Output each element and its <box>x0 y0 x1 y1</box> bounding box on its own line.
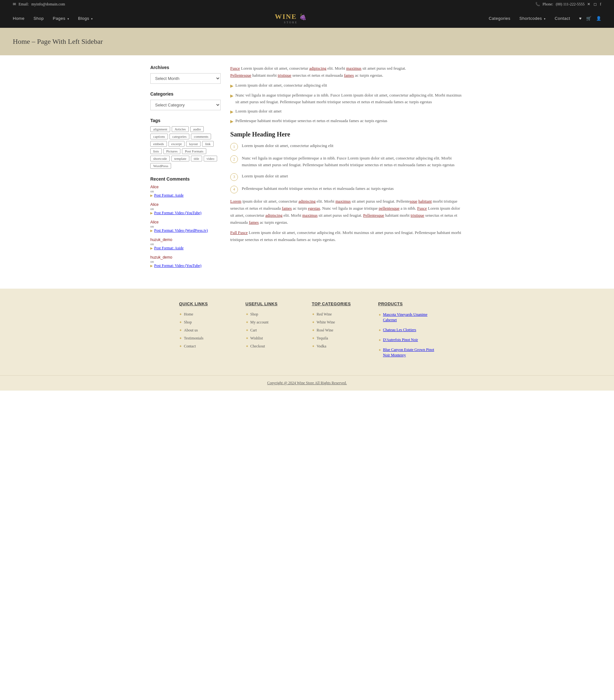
footer-arrow: ✦ <box>246 328 248 333</box>
footer-product-item: ✦Chateau Les Clottiers <box>378 327 435 333</box>
tag-item[interactable]: layout <box>186 141 201 147</box>
nav-home[interactable]: Home <box>13 16 25 21</box>
nav-categories[interactable]: Categories <box>489 16 511 21</box>
comment-link: ▶ Post Format: Aside <box>150 193 221 198</box>
comment-post-link[interactable]: Post Format: Video (YouTube) <box>154 263 201 268</box>
intro-link-2[interactable]: adipiscing <box>309 66 326 71</box>
email-link[interactable]: myinfo@domain.com <box>31 2 65 7</box>
footer-category-link[interactable]: Rosé Wine <box>317 328 333 333</box>
nav-pages[interactable]: Pages ▾ <box>53 16 69 21</box>
top-categories-list: ✦Red Wine✦White Wine✦Rosé Wine✦Tequila✦V… <box>312 312 369 349</box>
phone-number: (00) 111-222-5555 <box>556 2 585 7</box>
tag-item[interactable]: shortcode <box>150 156 170 161</box>
body-link-10[interactable]: adipiscing <box>266 213 282 218</box>
footer-category-link[interactable]: Vodka <box>317 344 326 349</box>
footer-category-link[interactable]: White Wine <box>317 320 335 325</box>
tag-item[interactable]: excerpt <box>169 141 185 147</box>
comment-post-link[interactable]: Post Format: Video (WordPress.tv) <box>154 228 208 233</box>
body-link-11[interactable]: maximus <box>302 213 318 218</box>
body-link-12[interactable]: Pellentesque <box>363 213 384 218</box>
footer-product-link[interactable]: Blue Canyon Estate Grown Pinot Noir Mont… <box>383 347 435 358</box>
comment-link: ▶ Post Format: Video (YouTube) <box>150 263 221 268</box>
footer-quick-link[interactable]: Shop <box>184 320 192 325</box>
footer-quick-link[interactable]: Home <box>184 312 193 317</box>
tag-item[interactable]: categories <box>170 134 189 139</box>
footer-useful-link[interactable]: Wishlist <box>250 336 263 341</box>
comment-on-text: on <box>150 260 221 263</box>
footer-arrow: ✦ <box>312 336 315 340</box>
cart-icon[interactable]: 🛒 <box>586 16 592 21</box>
tag-item[interactable]: Post Formats <box>182 148 206 154</box>
nav-blogs[interactable]: Blogs ▾ <box>78 16 93 21</box>
footer-quick-link[interactable]: Testimonials <box>184 336 204 341</box>
footer-arrow: ✦ <box>312 328 315 333</box>
footer-category-link[interactable]: Red Wine <box>317 312 332 317</box>
wishlist-icon[interactable]: ♥ <box>579 16 582 21</box>
social-icons: ✕ ◻ f <box>587 2 601 7</box>
footer-quick-link[interactable]: Contact <box>184 344 196 349</box>
body-link-3[interactable]: maximus <box>335 199 351 204</box>
footer-products: Products ✦Mascota Vineyards Unanime Cabe… <box>378 301 435 362</box>
comment-post-link[interactable]: Post Format: Aside <box>154 193 184 198</box>
body-link-9[interactable]: Fusce <box>417 206 427 211</box>
footer-quick-link[interactable]: About us <box>184 328 198 333</box>
bullet-text-1: Lorem ipsum dolor sit amet, consectetur … <box>235 82 327 89</box>
quick-links-heading: QUICK LINKS <box>179 301 236 306</box>
tag-item[interactable]: audio <box>190 126 204 132</box>
tag-item[interactable]: alignment <box>150 126 170 132</box>
tag-item[interactable]: template <box>171 156 189 161</box>
footer-category-link[interactable]: Tequila <box>317 336 328 341</box>
body-link-7[interactable]: egestas <box>308 206 320 211</box>
footer: QUICK LINKS ✦Home✦Shop✦About us✦Testimon… <box>0 289 614 391</box>
nav-contact[interactable]: Contact <box>554 16 570 21</box>
intro-link-5[interactable]: tristique <box>278 73 291 78</box>
body-link-5[interactable]: habitant <box>418 199 432 204</box>
footer-useful-link[interactable]: Shop <box>250 312 258 317</box>
tag-item[interactable]: link <box>202 141 213 147</box>
body-link-1[interactable]: Lorem <box>230 199 242 204</box>
footer-product-link[interactable]: Chateau Les Clottiers <box>383 327 416 333</box>
instagram-icon[interactable]: ◻ <box>593 2 597 7</box>
body-link-8[interactable]: pellentesque <box>379 206 400 211</box>
top-bar-right: 📞 Phone: (00) 111-222-5555 ✕ ◻ f <box>535 2 601 7</box>
nav-shortcodes[interactable]: Shortcodes ▾ <box>519 16 545 21</box>
tag-item[interactable]: title <box>191 156 202 161</box>
tag-item[interactable]: WordPress <box>150 163 171 169</box>
footer-category-item: ✦Red Wine <box>312 312 369 317</box>
nav-shop[interactable]: Shop <box>34 16 44 21</box>
comment-post-link[interactable]: Post Format: Video (YouTube) <box>154 211 201 215</box>
full-fusce-link[interactable]: Full Fusce <box>230 230 248 235</box>
twitter-icon[interactable]: ✕ <box>587 2 590 7</box>
body-link-13[interactable]: tristique <box>410 213 425 218</box>
footer-useful-link[interactable]: Checkout <box>250 344 265 349</box>
body-link-2[interactable]: adipiscing <box>298 199 315 204</box>
body-link-4[interactable]: sque <box>410 199 417 204</box>
intro-link-6[interactable]: fames <box>344 73 354 78</box>
footer-product-link[interactable]: Mascota Vineyards Unanime Cabernet <box>383 312 435 323</box>
comment-post-link[interactable]: Post Format: Aside <box>154 246 184 251</box>
categories-select[interactable]: Select Category <box>150 100 221 110</box>
archives-select[interactable]: Select Month <box>150 73 221 84</box>
footer-product-link[interactable]: D'Autrefois Pinot Noir <box>383 337 418 343</box>
tag-item[interactable]: embeds <box>150 141 167 147</box>
categories-section: Categories Select Category <box>150 91 221 110</box>
footer-useful-link[interactable]: My account <box>250 320 269 325</box>
shortcodes-dropdown-arrow: ▾ <box>544 17 546 21</box>
footer-useful-link[interactable]: Cart <box>250 328 257 333</box>
tag-item[interactable]: captions <box>150 134 168 139</box>
facebook-icon[interactable]: f <box>600 2 601 7</box>
intro-link-1[interactable]: Fusce <box>230 66 240 71</box>
tag-item[interactable]: lists <box>150 148 162 154</box>
tag-item[interactable]: Articles <box>172 126 189 132</box>
tag-item[interactable]: comments <box>191 134 211 139</box>
tag-item[interactable]: video <box>204 156 217 161</box>
tag-item[interactable]: Pictures <box>163 148 180 154</box>
user-icon[interactable]: 👤 <box>596 16 602 21</box>
body-link-6[interactable]: fames <box>282 206 292 211</box>
intro-link-3[interactable]: maximus <box>346 66 362 71</box>
body-link-14[interactable]: fames <box>249 220 259 225</box>
copyright-link[interactable]: Copyright @ 2024 Wine Store All Rights R… <box>267 381 347 385</box>
intro-link-4[interactable]: Pellentesque <box>230 73 251 78</box>
numbered-list: 1 Lorem ipsum dolor sit amet, consectetu… <box>230 142 464 193</box>
footer-quick-link-item: ✦Home <box>179 312 236 317</box>
